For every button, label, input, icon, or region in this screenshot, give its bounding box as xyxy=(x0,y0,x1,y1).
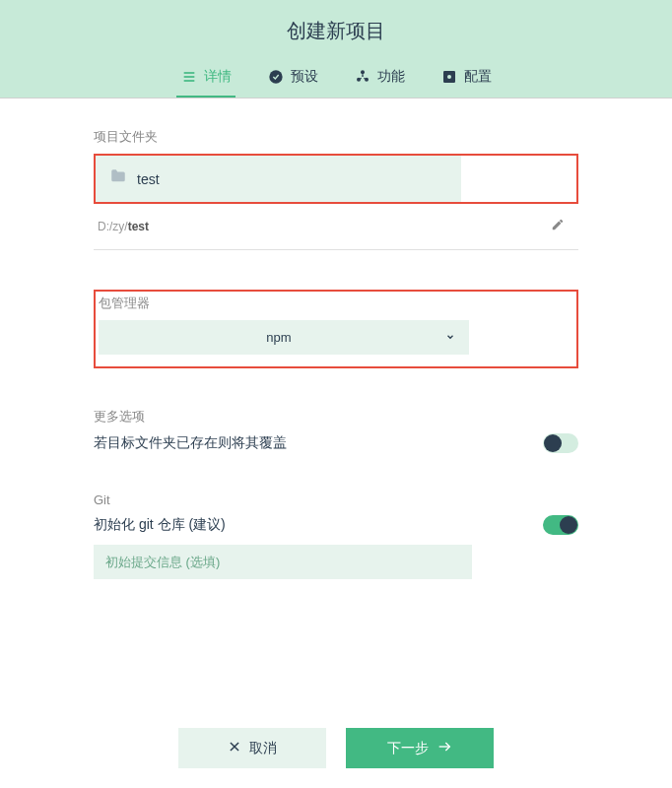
tab-details[interactable]: 详情 xyxy=(176,58,235,98)
svg-point-3 xyxy=(269,70,282,83)
cancel-label: 取消 xyxy=(249,740,277,757)
more-options-section: 更多选项 若目标文件夹已存在则将其覆盖 xyxy=(94,408,578,453)
toggle-knob xyxy=(544,434,562,452)
tab-presets[interactable]: 预设 xyxy=(263,58,322,98)
tab-config[interactable]: 配置 xyxy=(437,58,496,98)
tab-label: 预设 xyxy=(291,68,318,86)
header-banner: 创建新项目 详情 预设 功能 配置 xyxy=(0,0,672,98)
path-current: test xyxy=(128,220,149,233)
package-manager-section: 包管理器 npm xyxy=(94,290,578,368)
check-circle-icon xyxy=(267,68,285,86)
overwrite-option-text: 若目标文件夹已存在则将其覆盖 xyxy=(94,434,287,452)
git-label: Git xyxy=(94,492,578,507)
git-init-row: 初始化 git 仓库 (建议) xyxy=(94,515,578,535)
folder-highlight-box: test xyxy=(94,154,578,204)
tabs-bar: 详情 预设 功能 配置 xyxy=(0,58,672,98)
package-manager-value: npm xyxy=(112,330,445,345)
close-icon xyxy=(228,740,241,756)
puzzle-icon xyxy=(354,68,371,86)
chevron-down-icon xyxy=(445,331,455,345)
arrow-right-icon xyxy=(437,739,452,757)
folder-label: 项目文件夹 xyxy=(94,128,578,146)
more-options-label: 更多选项 xyxy=(94,408,578,426)
folder-input[interactable]: test xyxy=(96,156,461,202)
folder-path: D:/zy/test xyxy=(98,220,149,233)
content-area: 项目文件夹 test D:/zy/test 包管理器 npm xyxy=(0,98,672,579)
folder-path-row: D:/zy/test xyxy=(94,204,578,250)
page-title: 创建新项目 xyxy=(0,18,672,58)
overwrite-option-row: 若目标文件夹已存在则将其覆盖 xyxy=(94,433,578,453)
package-manager-highlight-box: 包管理器 npm xyxy=(94,290,578,368)
package-manager-dropdown[interactable]: npm xyxy=(99,320,469,355)
footer-actions: 取消 下一步 xyxy=(0,718,672,778)
next-button[interactable]: 下一步 xyxy=(346,728,494,768)
next-label: 下一步 xyxy=(387,740,429,757)
overwrite-toggle[interactable] xyxy=(543,433,578,453)
git-commit-message-input[interactable] xyxy=(94,545,472,579)
git-section: Git 初始化 git 仓库 (建议) xyxy=(94,492,578,579)
folder-name-value: test xyxy=(137,171,160,187)
svg-point-8 xyxy=(447,75,451,79)
toggle-knob xyxy=(560,516,577,534)
git-init-toggle[interactable] xyxy=(543,515,578,535)
tab-label: 功能 xyxy=(377,68,405,86)
cancel-button[interactable]: 取消 xyxy=(178,728,326,768)
gear-icon xyxy=(440,68,458,86)
package-manager-label: 包管理器 xyxy=(99,295,573,312)
edit-path-button[interactable] xyxy=(547,214,569,239)
path-prefix: D:/zy/ xyxy=(98,220,128,233)
folder-icon xyxy=(109,167,127,190)
git-init-text: 初始化 git 仓库 (建议) xyxy=(94,516,226,534)
list-icon xyxy=(180,68,198,86)
tab-label: 配置 xyxy=(464,68,492,86)
svg-point-4 xyxy=(361,70,365,74)
folder-section: 项目文件夹 test D:/zy/test xyxy=(94,128,578,250)
tab-features[interactable]: 功能 xyxy=(350,58,409,98)
tab-label: 详情 xyxy=(204,68,232,86)
